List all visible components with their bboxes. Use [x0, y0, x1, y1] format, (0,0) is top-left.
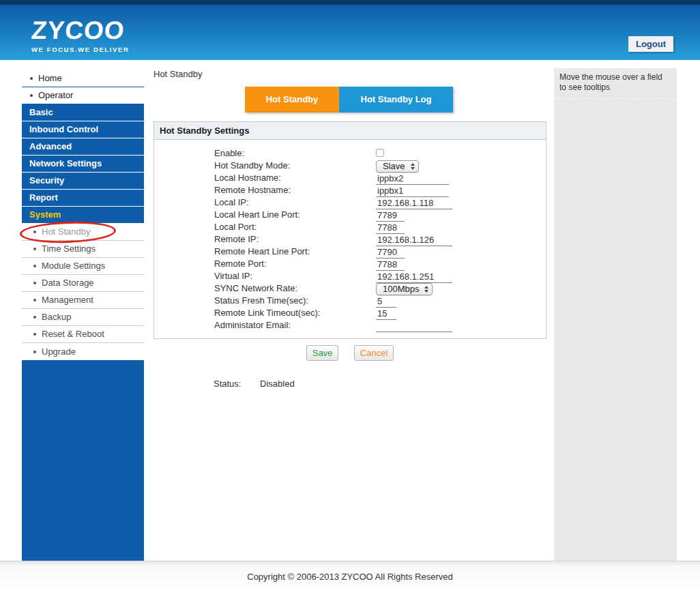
sidebar-subitem-reset-reboot[interactable]: Reset & Reboot [22, 326, 144, 343]
copyright-text: Copyright © 2006-2013 ZYCOO All Rights R… [0, 561, 700, 582]
field-label-remote-hostname: Remote Hostname: [214, 185, 291, 195]
arrow-up-icon [411, 163, 415, 166]
field-control-remote-link-timeout-sec [376, 307, 396, 320]
remote-link-timeout-sec-input[interactable] [376, 308, 396, 320]
bullet-icon [33, 316, 36, 319]
form-row-sync-network-rate: SYNC Network Rate:100Mbps [154, 282, 546, 295]
local-ip-input[interactable] [376, 198, 452, 209]
remote-hostname-input[interactable] [376, 186, 449, 197]
sidebar-item-label: Report [29, 190, 58, 206]
panel-title: Hot Standby Settings [154, 122, 546, 140]
virtual-ip-input[interactable] [376, 271, 452, 283]
field-label-local-heart-line-port: Local Heart Line Port: [214, 209, 300, 220]
sidebar-subitem-module-settings[interactable]: Module Settings [22, 258, 144, 275]
sidebar-item-security[interactable]: Security [22, 173, 144, 190]
sidebar-item-label: Security [29, 173, 64, 189]
field-label-remote-port: Remote Port: [214, 259, 267, 269]
administator-email-input[interactable] [376, 321, 452, 332]
form-row-remote-hostname: Remote Hostname: [154, 184, 546, 196]
settings-form: Enable:Hot Standby Mode:SlaveLocal Hostn… [154, 140, 546, 331]
field-label-local-hostname: Local Hostname: [214, 173, 281, 183]
field-label-local-port: Local Port: [214, 222, 257, 232]
arrow-down-icon [424, 290, 428, 293]
page: ZYCOO WE FOCUS.WE DELIVER Logout HomeOpe… [0, 0, 700, 590]
bullet-icon [33, 351, 36, 353]
sidebar-item-inbound-control[interactable]: Inbound Control [22, 121, 144, 138]
remote-port-input[interactable] [376, 259, 405, 271]
field-control-remote-hostname [376, 184, 449, 197]
remote-heart-line-port-input[interactable] [376, 247, 405, 259]
form-row-administator-email: Administator Email: [154, 319, 546, 331]
status-value: Disabled [260, 379, 295, 389]
logout-button[interactable]: Logout [628, 36, 673, 52]
tab-hot-standby-log[interactable]: Hot Standby Log [339, 87, 453, 113]
sidebar-subitem-management[interactable]: Management [22, 292, 144, 309]
sidebar-subitem-label: Module Settings [42, 258, 105, 274]
form-actions: Save Cancel [154, 345, 546, 361]
field-control-hot-standby-mode: Slave [376, 160, 419, 173]
local-heart-line-port-input[interactable] [376, 210, 405, 222]
select-value: 100Mbps [383, 284, 419, 294]
sidebar-item-label: Home [38, 70, 62, 87]
field-control-local-heart-line-port [376, 209, 405, 222]
bullet-icon [33, 282, 36, 284]
form-row-enable: Enable: [154, 147, 546, 160]
field-label-status-fresh-time-sec: Status Fresh Time(sec): [214, 295, 308, 306]
bullet-icon [33, 248, 36, 250]
select-stepper-icon [411, 163, 415, 170]
sidebar: HomeOperatorBasicInbound ControlAdvanced… [22, 70, 144, 561]
tooltip-panel: Move the mouse over a field to see toolt… [554, 68, 677, 561]
sidebar-item-system[interactable]: System [22, 207, 144, 224]
field-label-administator-email: Administator Email: [214, 320, 291, 330]
enable-checkbox[interactable] [376, 149, 384, 157]
local-port-input[interactable] [376, 222, 405, 234]
field-control-local-port [376, 221, 405, 234]
sidebar-item-label: System [29, 207, 61, 223]
tooltip-hint-text: Move the mouse over a field to see toolt… [554, 68, 677, 99]
field-control-sync-network-rate: 100Mbps [376, 282, 433, 295]
sidebar-subitem-label: Upgrade [42, 344, 76, 360]
sidebar-item-advanced[interactable]: Advanced [22, 138, 144, 156]
settings-panel: Hot Standby Settings Enable:Hot Standby … [154, 121, 546, 339]
tab-hot-standby[interactable]: Hot Standby [245, 87, 339, 113]
form-row-remote-heart-line-port: Remote Heart Line Port: [154, 246, 546, 258]
sidebar-subitem-label: Data Storage [42, 275, 94, 291]
logo-tagline: WE FOCUS.WE DELIVER [31, 46, 129, 53]
sidebar-item-label: Basic [29, 104, 53, 121]
sidebar-subitem-label: Reset & Reboot [42, 326, 104, 342]
sidebar-subitem-backup[interactable]: Backup [22, 309, 144, 326]
page-title: Hot Standby [154, 69, 203, 79]
sync-network-rate-select[interactable]: 100Mbps [376, 283, 433, 295]
sidebar-subitem-hot-standby[interactable]: Hot Standby [22, 224, 144, 241]
field-control-enable [376, 147, 384, 160]
cancel-button[interactable]: Cancel [354, 345, 394, 361]
field-control-remote-heart-line-port [376, 246, 405, 259]
sidebar-item-home[interactable]: Home [22, 70, 144, 87]
field-label-sync-network-rate: SYNC Network Rate: [214, 283, 297, 293]
sidebar-item-report[interactable]: Report [22, 190, 144, 207]
status-label: Status: [214, 379, 241, 389]
tab-bar: Hot StandbyHot Standby Log [245, 87, 453, 113]
field-control-local-ip [376, 196, 452, 209]
form-row-remote-port: Remote Port: [154, 258, 546, 270]
sidebar-menu: HomeOperatorBasicInbound ControlAdvanced… [22, 70, 144, 360]
sidebar-item-operator[interactable]: Operator [22, 87, 144, 104]
remote-ip-input[interactable] [376, 235, 452, 246]
footer: Copyright © 2006-2013 ZYCOO All Rights R… [0, 561, 700, 590]
status-fresh-time-sec-input[interactable] [376, 296, 396, 308]
select-value: Slave [383, 161, 405, 171]
field-label-hot-standby-mode: Hot Standby Mode: [214, 160, 290, 171]
hot-standby-mode-select[interactable]: Slave [376, 160, 419, 173]
save-button[interactable]: Save [306, 345, 339, 361]
sidebar-subitem-upgrade[interactable]: Upgrade [22, 343, 144, 360]
sidebar-item-network-settings[interactable]: Network Settings [22, 156, 144, 173]
field-control-remote-port [376, 258, 405, 271]
form-row-local-ip: Local IP: [154, 196, 546, 209]
sidebar-item-basic[interactable]: Basic [22, 104, 144, 121]
arrow-down-icon [411, 167, 415, 170]
field-control-remote-ip [376, 233, 452, 246]
header: ZYCOO WE FOCUS.WE DELIVER Logout [0, 0, 700, 60]
local-hostname-input[interactable] [376, 173, 449, 185]
sidebar-subitem-data-storage[interactable]: Data Storage [22, 275, 144, 292]
sidebar-subitem-time-settings[interactable]: Time Settings [22, 241, 144, 258]
